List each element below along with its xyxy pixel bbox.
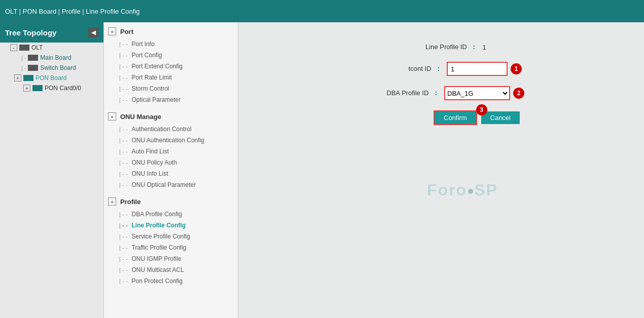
pon-board-icon	[23, 75, 33, 81]
confirm-wrapper: 3 Confirm	[434, 110, 481, 125]
breadcrumb-line-profile-config[interactable]: Line Profile Config	[86, 8, 139, 15]
colon2: ：	[435, 65, 442, 72]
sidebar-item-main-board[interactable]: |- Main Board	[0, 53, 103, 63]
olt-expand-icon[interactable]: -	[10, 44, 17, 51]
sidebar-item-switch-board[interactable]: |- Switch Board	[0, 63, 103, 73]
colon1: ：	[471, 43, 477, 51]
section-port-label: Port	[120, 28, 133, 35]
breadcrumb: OLT | PON Board | Profile | Line Profile…	[5, 8, 140, 15]
sidebar-item-pon-card[interactable]: + PON Card0/0	[0, 83, 103, 93]
badge-3: 3	[476, 104, 487, 115]
tcont-id-row: tcont ID ： 1	[309, 62, 573, 76]
sidebar: Tree Topology ◀ - OLT |- Main Board |- S…	[0, 22, 104, 318]
breadcrumb-sep1: |	[19, 8, 23, 15]
watermark: ForoSP	[427, 181, 498, 200]
breadcrumb-pon-board[interactable]: PON Board	[23, 8, 56, 15]
line-profile-id-row: Line Profile ID ： 1	[309, 43, 573, 52]
pon-card-label: PON Card0/0	[45, 85, 81, 92]
menu-onu-igmp-profile[interactable]: ONU IGMP Profile	[104, 253, 238, 264]
section-profile-header: - Profile	[104, 194, 238, 209]
pon-card-expand-icon[interactable]: +	[23, 85, 30, 92]
dba-profile-id-row: DBA Profile ID ： DBA_1G DBA_512M DBA_2G …	[309, 86, 573, 100]
sidebar-collapse-button[interactable]: ◀	[88, 27, 98, 37]
switch-board-icon	[28, 65, 38, 71]
menu-port-extend-config[interactable]: Port Extend Config	[104, 61, 238, 72]
cancel-button[interactable]: Cancel	[481, 111, 520, 124]
menu-onu-info-list[interactable]: ONU Info List	[104, 168, 238, 179]
line-profile-id-label: Line Profile ID ：	[396, 43, 477, 52]
section-onu-manage-label: ONU Manage	[120, 113, 161, 121]
menu-pon-protect-config[interactable]: Pon Protect Config	[104, 275, 238, 287]
pon-board-expand-icon[interactable]: +	[14, 74, 21, 82]
sidebar-item-olt[interactable]: - OLT	[0, 43, 103, 53]
breadcrumb-olt[interactable]: OLT	[5, 8, 17, 15]
menu-port-info[interactable]: Port Info	[104, 38, 238, 50]
menu-port-config[interactable]: Port Config	[104, 50, 238, 61]
section-profile: - Profile DBA Profile Config Line Profil…	[104, 194, 238, 287]
breadcrumb-sep2: |	[58, 8, 62, 15]
menu-traffic-profile-config[interactable]: Traffic Profile Config	[104, 242, 238, 253]
menu-onu-auth-config[interactable]: ONU Authentication Config	[104, 135, 238, 146]
menu-optical-parameter[interactable]: Optical Parameter	[104, 94, 238, 105]
menu-authentication-control[interactable]: Authentication Control	[104, 124, 238, 135]
sidebar-title-text: Tree Topology	[5, 28, 56, 37]
dba-profile-id-select[interactable]: DBA_1G DBA_512M DBA_2G DBA_5G DBA_10G	[444, 86, 510, 100]
line-profile-id-value: 1	[482, 44, 486, 51]
pon-card-icon	[32, 85, 43, 91]
colon3: ：	[433, 89, 439, 97]
main-board-link[interactable]: Main Board	[40, 54, 71, 61]
section-onu-manage: - ONU Manage Authentication Control ONU …	[104, 109, 238, 190]
sidebar-title: Tree Topology ◀	[0, 22, 103, 43]
watermark-dot	[468, 189, 473, 194]
middle-panel: - Port Port Info Port Config Port Extend…	[104, 22, 238, 318]
menu-dba-profile-config[interactable]: DBA Profile Config	[104, 209, 238, 220]
olt-label: OLT	[31, 44, 43, 51]
onu-manage-collapse-button[interactable]: -	[108, 112, 116, 121]
dba-profile-id-label: DBA Profile ID ：	[358, 89, 439, 98]
sidebar-item-pon-board[interactable]: + PON Board	[0, 73, 103, 83]
badge-1: 1	[511, 63, 522, 74]
menu-storm-control[interactable]: Storm Control	[104, 83, 238, 94]
profile-collapse-button[interactable]: -	[108, 197, 116, 206]
menu-line-profile-config[interactable]: Line Profile Config	[104, 220, 238, 231]
main-content: ForoSP Line Profile ID ： 1 tcont ID ： 1	[238, 22, 644, 318]
menu-onu-optical-parameter[interactable]: ONU Optical Parameter	[104, 179, 238, 190]
confirm-button[interactable]: Confirm	[434, 110, 477, 125]
section-onu-manage-header: - ONU Manage	[104, 109, 238, 124]
olt-icon	[19, 45, 29, 51]
pon-board-link[interactable]: PON Board	[35, 74, 66, 82]
breadcrumb-profile[interactable]: Profile	[62, 8, 81, 15]
section-profile-label: Profile	[120, 198, 140, 206]
main-board-icon	[28, 55, 38, 61]
tcont-id-input[interactable]	[447, 62, 508, 76]
menu-service-profile-config[interactable]: Service Profile Config	[104, 231, 238, 242]
section-port: - Port Port Info Port Config Port Extend…	[104, 24, 238, 105]
buttons-row: 3 Confirm Cancel	[380, 110, 573, 125]
menu-port-rate-limit[interactable]: Port Rate Limit	[104, 72, 238, 83]
form-card: Line Profile ID ： 1 tcont ID ： 1 DBA Pro…	[309, 43, 573, 135]
switch-board-link[interactable]: Switch Board	[40, 64, 76, 71]
tcont-id-label: tcont ID ：	[361, 64, 442, 73]
section-port-header: - Port	[104, 24, 238, 38]
port-collapse-button[interactable]: -	[108, 27, 116, 35]
header: OLT | PON Board | Profile | Line Profile…	[0, 0, 644, 22]
menu-onu-multicast-acl[interactable]: ONU Multicast ACL	[104, 264, 238, 275]
badge-2: 2	[513, 88, 524, 99]
menu-onu-policy-auth[interactable]: ONU Policy Auth	[104, 157, 238, 168]
menu-auto-find-list[interactable]: Auto Find List	[104, 146, 238, 157]
